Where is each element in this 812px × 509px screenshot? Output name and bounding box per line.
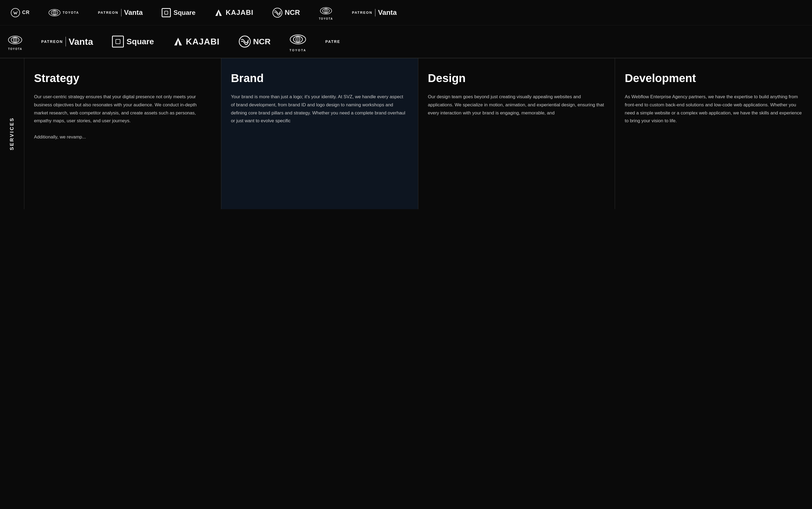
ncr-text-1: NCR xyxy=(285,8,300,17)
services-label: SERVICES xyxy=(9,117,15,150)
ncr-text-s2: NCR xyxy=(253,37,271,46)
toyota-small-s2: TOYOTA xyxy=(8,33,23,50)
vanta-text: Vanta xyxy=(124,8,143,17)
vanta-text-s2: Vanta xyxy=(69,36,93,47)
brand-body: Your brand is more than just a logo; it'… xyxy=(231,93,408,125)
logo-strip-second: TOYOTA PATREON Vanta Square KAJABI xyxy=(0,25,812,58)
design-card: Design Our design team goes beyond just … xyxy=(418,58,615,209)
toyota-label-large-s2: TOYOTA xyxy=(289,48,307,52)
kajabi-icon xyxy=(214,8,223,17)
brand-title: Brand xyxy=(231,72,408,85)
toyota-icon xyxy=(48,7,61,19)
logo-divider-s2 xyxy=(66,37,66,46)
square-inner-s2 xyxy=(115,39,120,44)
patreon-text-partial: PATRE xyxy=(325,39,340,44)
logo-strip-top: CR TOYOTA PATREON Vanta Square xyxy=(0,0,812,25)
svg-marker-15 xyxy=(174,38,182,45)
toyota-icon-s2 xyxy=(8,33,22,47)
toyota-icon-2 xyxy=(320,5,332,17)
patreon-vanta-s2: PATREON Vanta xyxy=(41,36,93,47)
development-title: Development xyxy=(625,72,802,85)
patreon-text: PATREON xyxy=(98,10,118,14)
logo-divider xyxy=(121,9,121,16)
ncr-icon xyxy=(11,8,20,17)
kajabi-logo-s2: KAJABI xyxy=(173,36,220,47)
brand-card: Brand Your brand is more than just a log… xyxy=(221,58,418,209)
ncr-logo-s2: NCR xyxy=(239,35,271,48)
square-inner xyxy=(164,11,168,14)
patreon-text-s2: PATREON xyxy=(41,39,63,44)
patreon-partial-s2: PATRE xyxy=(325,39,340,44)
toyota-label: TOYOTA xyxy=(63,11,79,14)
kajabi-text-s2: KAJABI xyxy=(186,37,220,47)
services-section: SERVICES Strategy Our user-centric strat… xyxy=(0,58,812,209)
development-card: Development As Webflow Enterprise Agency… xyxy=(615,58,812,209)
strategy-card: Strategy Our user-centric strategy ensur… xyxy=(24,58,221,209)
ncr-icon-1 xyxy=(272,7,283,18)
services-grid: Strategy Our user-centric strategy ensur… xyxy=(24,58,812,209)
kajabi-logo-1: KAJABI xyxy=(214,8,253,17)
design-body: Our design team goes beyond just creatin… xyxy=(428,93,605,117)
ncr-icon-s2 xyxy=(239,35,251,48)
strategy-title: Strategy xyxy=(34,72,211,85)
toyota-logo-2: TOYOTA xyxy=(319,5,333,20)
square-logo-s2: Square xyxy=(112,36,154,47)
ncr-logo-partial: CR xyxy=(11,8,30,17)
strategy-body: Our user-centric strategy ensures that y… xyxy=(34,93,211,141)
patreon-vanta-logo-1: PATREON Vanta xyxy=(98,8,143,17)
toyota-logo-s2: TOYOTA xyxy=(289,31,307,52)
kajabi-icon-s2 xyxy=(173,36,183,47)
toyota-label-s2: TOYOTA xyxy=(8,47,23,50)
toyota-label-2: TOYOTA xyxy=(319,17,333,20)
square-text-s2: Square xyxy=(127,37,154,46)
square-text: Square xyxy=(174,9,196,16)
toyota-icon-large-s2 xyxy=(290,31,306,47)
square-icon-s2 xyxy=(112,36,124,47)
design-title: Design xyxy=(428,72,605,85)
ncr-label: CR xyxy=(22,10,30,15)
toyota-logo-1: TOYOTA xyxy=(48,7,79,19)
patreon-text-2: PATREON xyxy=(352,10,373,14)
vanta-text-2: Vanta xyxy=(378,8,397,17)
services-label-container: SERVICES xyxy=(0,58,24,209)
kajabi-text: KAJABI xyxy=(225,8,253,17)
patreon-vanta-logo-2: PATREON Vanta xyxy=(352,8,397,17)
svg-marker-5 xyxy=(215,9,222,16)
square-logo-1: Square xyxy=(162,8,196,17)
development-body: As Webflow Enterprise Agency partners, w… xyxy=(625,93,802,125)
square-icon xyxy=(162,8,171,17)
ncr-logo-1: NCR xyxy=(272,7,300,18)
